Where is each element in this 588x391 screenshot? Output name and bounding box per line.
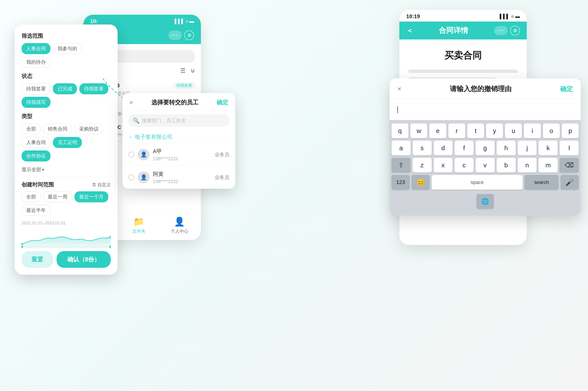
cursor	[397, 106, 398, 113]
date-range-text: 2021.01.01–2023.01.01	[21, 221, 111, 226]
tag-completed[interactable]: 已完成	[53, 83, 77, 94]
dots-button-contract[interactable]: ···	[494, 26, 508, 35]
key-v[interactable]: v	[476, 158, 495, 173]
filter-panel: 筛选范围 人事合同 我参与的 我的待办 状态 待我签署 已完成 待我签署 待我填…	[15, 24, 118, 275]
employee-item-1[interactable]: 👤 A甲 138****2222 业务员	[122, 143, 235, 166]
key-emoji[interactable]: 😊	[412, 175, 430, 190]
confirm-button[interactable]: 确认（8份）	[57, 251, 111, 268]
virtual-keyboard[interactable]: q w e r t y u i o p a s d f g h j k l ⇧ …	[390, 120, 581, 216]
tag-cert[interactable]: 员工证明	[53, 137, 82, 148]
key-c[interactable]: c	[455, 158, 474, 173]
tag-pending-sign[interactable]: 待我签署	[21, 83, 50, 94]
key-e[interactable]: e	[429, 123, 446, 138]
tag-date-halfyear[interactable]: 最近半年	[21, 205, 50, 216]
cancel-modal-header: × 请输入您的撤销理由 确定	[390, 78, 581, 99]
transfer-close-button[interactable]: ×	[129, 99, 133, 106]
key-z[interactable]: z	[413, 158, 432, 173]
tag-hr[interactable]: 人事合同	[21, 137, 50, 148]
key-g[interactable]: g	[476, 141, 495, 155]
key-j[interactable]: j	[518, 141, 537, 155]
cancel-modal: × 请输入您的撤销理由 确定 q w e r t y u i o p a s d…	[390, 78, 581, 216]
date-range-header: 创建时间范围 🗓 自定义	[21, 181, 111, 189]
key-n[interactable]: n	[518, 158, 537, 173]
tag-wait-fill[interactable]: 待我填写	[21, 97, 50, 108]
status-time-1: 10:	[90, 18, 98, 24]
key-r[interactable]: r	[448, 123, 465, 138]
cancel-close-button[interactable]: ×	[397, 85, 401, 93]
key-w[interactable]: w	[410, 123, 427, 138]
company-arrow: ＜	[128, 134, 133, 140]
employee-phone-2: 138****2222	[153, 179, 211, 184]
sparkline-chart	[21, 230, 111, 249]
employee-radio-2[interactable]	[128, 175, 134, 180]
key-i[interactable]: i	[524, 123, 541, 138]
tag-date-month[interactable]: 最近一个月	[75, 191, 108, 202]
employee-role-1: 业务员	[215, 151, 229, 158]
key-t[interactable]: t	[467, 123, 484, 138]
keyboard-row-2: a s d f g h j k l	[392, 141, 579, 155]
key-search[interactable]: search	[525, 175, 559, 190]
show-all-btn[interactable]: 显示全部 ▾	[21, 166, 111, 173]
reset-button[interactable]: 重置	[21, 251, 53, 268]
transfer-search-bar[interactable]: 🔍 搜索部门、员工姓名	[128, 114, 229, 127]
back-button[interactable]: ＜	[406, 26, 413, 35]
key-b[interactable]: b	[497, 158, 516, 173]
cancel-confirm-button[interactable]: 确定	[560, 85, 573, 93]
transfer-modal: × 选择要转交的员工 确定 🔍 搜索部门、员工姓名 ＜ 电子签有限公司 👤 A甲…	[122, 93, 235, 189]
tag-date-all[interactable]: 全部	[21, 191, 41, 202]
nav-folder[interactable]: 📁 文件夹	[132, 216, 146, 234]
key-m[interactable]: m	[539, 158, 558, 173]
key-x[interactable]: x	[434, 158, 453, 173]
employee-role-2: 业务员	[215, 174, 229, 181]
circle-button-contract[interactable]: ⊙	[510, 26, 520, 35]
tag-date-week[interactable]: 最近一周	[43, 191, 72, 202]
transfer-company-row[interactable]: ＜ 电子签有限公司	[122, 131, 235, 143]
key-shift[interactable]: ⇧	[392, 158, 411, 173]
key-globe[interactable]: 🌐	[477, 194, 494, 209]
key-p[interactable]: p	[562, 123, 579, 138]
dots-button-1[interactable]: ···	[168, 31, 182, 40]
keyboard-row-1: q w e r t y u i o p	[392, 123, 579, 138]
transfer-confirm-button[interactable]: 确定	[217, 98, 228, 106]
circle-button-1[interactable]: ⊙	[184, 30, 194, 40]
transfer-search-placeholder: 搜索部门、员工姓名	[142, 117, 186, 124]
employee-name-1: A甲	[153, 148, 211, 155]
key-h[interactable]: h	[497, 141, 516, 155]
key-l[interactable]: l	[560, 141, 579, 155]
key-k[interactable]: k	[539, 141, 558, 155]
key-u[interactable]: u	[505, 123, 522, 138]
employee-item-2[interactable]: 👤 阿黄 138****2222 业务员	[122, 166, 235, 189]
tag-wait-sign[interactable]: 待我签署	[79, 83, 108, 94]
divider	[21, 177, 111, 177]
filter-status-title: 状态	[21, 73, 111, 80]
nav-profile[interactable]: 👤 个人中心	[171, 216, 189, 234]
employee-phone-1: 138****2222	[153, 156, 211, 161]
key-f[interactable]: f	[455, 141, 474, 155]
filter-status-tags: 待我签署 已完成 待我签署 待我填写	[21, 83, 111, 108]
employee-info-1: A甲 138****2222	[153, 148, 211, 161]
tag-participated[interactable]: 我参与的	[53, 43, 82, 54]
tag-personnel[interactable]: 人事合同	[21, 43, 50, 54]
key-delete[interactable]: ⌫	[560, 158, 579, 173]
key-o[interactable]: o	[543, 123, 560, 138]
cancel-input-area[interactable]	[390, 99, 581, 120]
tag-all[interactable]: 全部	[21, 123, 41, 134]
key-q[interactable]: q	[392, 123, 408, 138]
filter-type-tags: 全部 销售合同 采购协议 人事合同 员工证明 合作协议	[21, 123, 111, 161]
transfer-search-icon: 🔍	[133, 118, 139, 124]
employee-radio-1[interactable]	[128, 152, 134, 158]
key-numbers[interactable]: 123	[392, 175, 410, 190]
key-mic[interactable]: 🎤	[561, 175, 579, 190]
tag-coop[interactable]: 合作协议	[21, 150, 50, 161]
key-y[interactable]: y	[486, 123, 503, 138]
key-d[interactable]: d	[434, 141, 453, 155]
contract-page-title: 合同详情	[439, 25, 468, 35]
tag-sales[interactable]: 销售合同	[43, 123, 72, 134]
tag-my-todo[interactable]: 我的待办	[21, 57, 50, 68]
key-space[interactable]: space	[432, 175, 523, 190]
employee-avatar-2: 👤	[138, 172, 149, 183]
keyboard-row-3: ⇧ z x c v b n m ⌫	[392, 158, 579, 173]
key-a[interactable]: a	[392, 141, 411, 155]
key-s[interactable]: s	[413, 141, 432, 155]
tag-purchase[interactable]: 采购协议	[75, 123, 103, 134]
